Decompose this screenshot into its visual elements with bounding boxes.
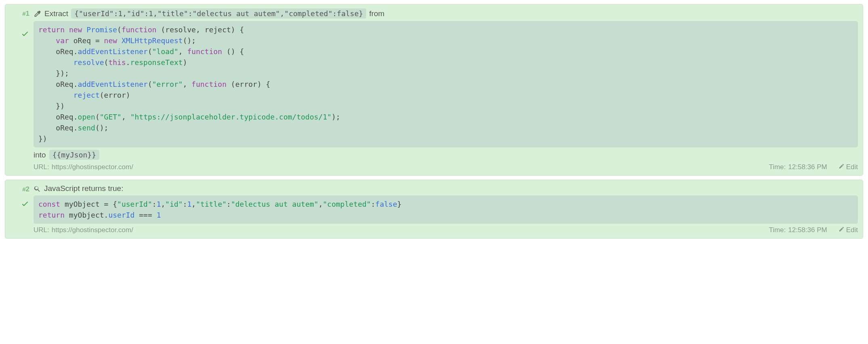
step-title-suffix: from: [369, 9, 384, 18]
into-line: into {{myJson}}: [34, 150, 858, 160]
step-number: #2: [9, 185, 29, 193]
step-sidebar: #2: [9, 184, 29, 234]
time-value: 12:58:36 PM: [788, 226, 827, 234]
url-label: URL:: [34, 163, 49, 171]
code-block: const myObject = {"userId":1,"id":1,"tit…: [34, 195, 858, 224]
magnifier-icon: [34, 185, 41, 193]
step-action-label: JavaScript returns true:: [44, 184, 123, 193]
step-footer: URL: https://ghostinspector.com/ Time: 1…: [34, 163, 858, 171]
step-number: #1: [9, 10, 29, 18]
url-value: https://ghostinspector.com/: [52, 163, 133, 171]
url-label: URL:: [34, 226, 49, 234]
test-step: #1 Extract {"userId":1,"id":1,"title":"d…: [5, 4, 863, 176]
url-value: https://ghostinspector.com/: [52, 226, 133, 234]
step-footer: URL: https://ghostinspector.com/ Time: 1…: [34, 226, 858, 234]
pencil-icon: [839, 163, 845, 171]
check-icon: [9, 29, 29, 40]
edit-button[interactable]: Edit: [839, 226, 858, 234]
step-title: JavaScript returns true:: [34, 184, 858, 193]
time-label: Time:: [769, 226, 786, 234]
step-title: Extract {"userId":1,"id":1,"title":"dele…: [34, 8, 858, 19]
into-variable-badge: {{myJson}}: [49, 150, 99, 160]
step-sidebar: #1: [9, 8, 29, 171]
eyedropper-icon: [34, 10, 42, 18]
pencil-icon: [839, 226, 845, 234]
code-block: return new Promise(function (resolve, re…: [34, 21, 858, 147]
edit-label: Edit: [846, 163, 858, 171]
into-label: into: [34, 151, 46, 159]
test-step: #2 JavaScript returns true: const myObje…: [5, 180, 863, 239]
step-action-label: Extract: [44, 9, 68, 18]
time-label: Time:: [769, 163, 786, 171]
time-value: 12:58:36 PM: [788, 163, 827, 171]
edit-button[interactable]: Edit: [839, 163, 858, 171]
extract-result-badge: {"userId":1,"id":1,"title":"delectus aut…: [71, 8, 366, 19]
edit-label: Edit: [846, 226, 858, 234]
check-icon: [9, 199, 29, 210]
